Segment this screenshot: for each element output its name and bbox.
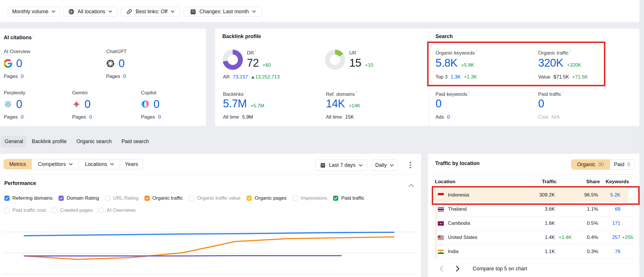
location-name[interactable]: India (448, 249, 459, 254)
triangle-up-icon (251, 76, 255, 78)
flag-thailand-icon (438, 207, 444, 212)
pages-value[interactable]: 0 (123, 74, 126, 79)
gemini-count[interactable]: 0 (85, 98, 91, 111)
performance-card: Metrics Competitors Locations Years Last… (0, 154, 421, 277)
alltime-label: All time (223, 114, 239, 120)
performance-line-chart[interactable] (0, 154, 421, 277)
pages-label: Pages (72, 114, 86, 120)
flag-india-icon (438, 250, 444, 254)
traffic-value: 1.1K (533, 249, 555, 254)
location-table-footer: Compare top 5 on chart (440, 265, 527, 272)
page-next-button[interactable] (456, 265, 460, 272)
flag-cambodia-icon (438, 221, 444, 226)
info-icon: i (469, 90, 470, 94)
ai-overview-count[interactable]: 0 (16, 57, 22, 70)
dr-label: DRi (247, 49, 256, 56)
share-value: 1.1% (576, 206, 598, 212)
globe-icon (68, 9, 74, 15)
organic-paid-toggle: Organic90 Paid0 (571, 159, 634, 170)
perplexity-icon (4, 100, 12, 108)
google-icon (4, 59, 12, 68)
pages-value[interactable]: 0 (21, 114, 23, 120)
paid-keywords-value[interactable]: 0 (435, 98, 442, 110)
ads-value[interactable]: 0 (447, 114, 450, 120)
traffic-delta: +1.4K (555, 235, 576, 240)
location-row-united-states[interactable]: United States1.4K+1.4K0.4%257+255 (435, 231, 635, 245)
toggle-organic[interactable]: Organic90 (571, 159, 610, 170)
location-cell: India (435, 249, 533, 254)
ref-domains-label: Ref. domainsi (326, 90, 357, 97)
best-links-dropdown[interactable]: Best links: Off (121, 7, 180, 16)
tab-paid-search[interactable]: Paid search (117, 136, 154, 147)
page-prev-button[interactable] (440, 265, 444, 272)
column-keywords[interactable]: Keywords (600, 179, 635, 185)
pages-label: Pages (106, 74, 120, 79)
calendar-icon (190, 9, 196, 15)
locations-dropdown[interactable]: All locations (63, 7, 118, 16)
tab-organic-search[interactable]: Organic search (72, 136, 117, 147)
alltime-label: All time (326, 114, 342, 120)
compare-top5-button[interactable]: Compare top 5 on chart (473, 266, 527, 272)
tab-general[interactable]: General (1, 136, 27, 147)
dr-value: 72 (247, 57, 259, 69)
alltime-value: 5.9M (242, 114, 253, 120)
tab-backlink-profile[interactable]: Backlink profile (27, 136, 72, 147)
location-name[interactable]: United States (448, 235, 477, 240)
location-row-india[interactable]: India1.1K0.3%76 (435, 245, 635, 259)
pages-value[interactable]: 0 (158, 114, 161, 120)
perplexity-stat: Perplexity 0 Pages0 (4, 90, 25, 97)
filters-toolbar: Monthly volume All locations Best links:… (0, 0, 639, 22)
chatgpt-label: ChatGPT (106, 49, 127, 56)
info-icon: i (562, 90, 563, 94)
ref-domains-value[interactable]: 14K (326, 98, 345, 110)
info-icon: i (356, 90, 357, 94)
ar-label: AR (223, 74, 230, 80)
toggle-paid[interactable]: Paid0 (610, 159, 634, 170)
copilot-count[interactable]: 0 (153, 98, 159, 111)
chart-line-referring-domains (24, 232, 394, 236)
changes-label: Changes: Last month (199, 9, 249, 15)
backlinks-value[interactable]: 5.7M (223, 98, 247, 110)
location-row-cambodia[interactable]: Cambodia1.6K0.5%171 (435, 216, 635, 231)
chatgpt-count[interactable]: 0 (119, 57, 125, 70)
ref-domains-stat: Ref. domainsi 14K +14K All time 15K (326, 90, 357, 97)
ar-delta: 13,252,713 (251, 74, 280, 80)
ar-value[interactable]: 73,157 (233, 74, 248, 80)
location-name[interactable]: Cambodia (448, 220, 470, 226)
flag-united-states-icon (438, 235, 444, 240)
url-rating-stat: URi 15 +10 (349, 49, 358, 56)
pages-value[interactable]: 0 (21, 74, 23, 79)
cost-value: N/A (551, 114, 559, 120)
monthly-volume-dropdown[interactable]: Monthly volume (8, 7, 60, 16)
ai-overview-label: AI Overview (4, 49, 30, 56)
column-location[interactable]: Location (435, 179, 535, 185)
column-share[interactable]: Share (577, 179, 600, 185)
keywords-value[interactable]: 76 (598, 249, 620, 254)
url-rating-donut (325, 50, 345, 70)
location-name[interactable]: Thailand (448, 206, 467, 212)
pages-value[interactable]: 0 (89, 114, 92, 120)
chevron-down-icon (52, 10, 55, 13)
paid-keywords-stat: Paid keywordsi 0 Ads 0 (435, 90, 469, 97)
paid-traffic-value[interactable]: 0 (538, 98, 544, 110)
keywords-value[interactable]: 171 (598, 220, 620, 226)
changes-dropdown[interactable]: Changes: Last month (184, 7, 262, 16)
report-tabs: General Backlink profile Organic search … (1, 136, 154, 147)
pages-label: Pages (141, 114, 155, 120)
column-traffic[interactable]: Traffic (535, 179, 557, 185)
perplexity-count[interactable]: 0 (16, 98, 22, 111)
traffic-value: 3.6K (533, 206, 555, 212)
section-divider (435, 174, 635, 175)
info-icon: i (255, 49, 256, 53)
paid-keywords-label: Paid keywordsi (435, 90, 469, 97)
chevron-down-icon (171, 10, 174, 13)
cost-label: Cost (538, 114, 548, 120)
keywords-value[interactable]: 69 (598, 206, 620, 212)
location-table-header: Location Traffic Share Keywords (435, 177, 635, 186)
ref-domains-delta: +14K (349, 103, 360, 109)
backlink-profile-title: Backlink profile (222, 33, 261, 40)
ur-delta: +10 (365, 62, 373, 68)
keywords-value[interactable]: 257 (598, 235, 620, 240)
scrollbar-track[interactable] (639, 0, 644, 277)
copilot-label: Copilot (141, 90, 156, 97)
